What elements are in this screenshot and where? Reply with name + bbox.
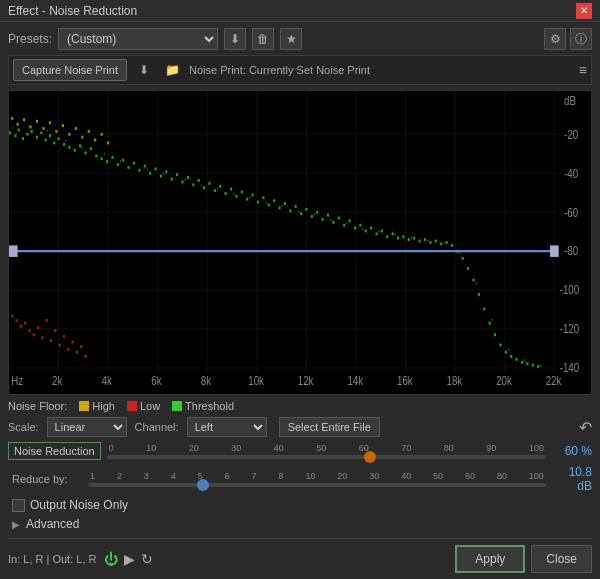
svg-text:-40: -40 [564,166,578,180]
close-button[interactable]: Close [531,545,592,573]
svg-rect-74 [300,212,302,215]
svg-rect-61 [230,188,232,191]
legend-row: Noise Floor: High Low Threshold [8,400,592,412]
svg-rect-183 [101,133,103,136]
chart-area: dB -20 -40 -60 -80 -100 -120 -140 Hz 2k … [8,90,592,395]
svg-rect-67 [262,196,264,199]
svg-rect-159 [46,319,48,322]
svg-text:18k: 18k [447,374,463,388]
svg-rect-109 [489,322,491,325]
svg-text:-20: -20 [564,127,578,141]
svg-rect-105 [467,267,469,270]
svg-rect-98 [429,241,431,244]
svg-rect-155 [28,329,30,332]
svg-rect-157 [37,326,39,329]
svg-rect-78 [322,218,324,221]
svg-rect-72 [289,209,291,212]
loop-button[interactable]: ↻ [141,551,153,567]
reduce-by-thumb[interactable] [197,479,209,491]
svg-rect-68 [268,204,270,207]
advanced-row[interactable]: ▶ Advanced [8,517,592,531]
svg-rect-71 [284,202,286,205]
settings-icon-button[interactable]: ⚙ [544,28,566,50]
svg-rect-124 [104,153,105,154]
capture-noise-print-button[interactable]: Capture Noise Print [13,59,127,81]
noise-print-download-icon[interactable]: ⬇ [133,59,155,81]
svg-rect-184 [107,142,109,145]
close-window-button[interactable]: ✕ [576,3,592,19]
svg-text:4k: 4k [102,374,112,388]
presets-select[interactable]: (Custom) [58,28,218,50]
svg-rect-135 [298,211,299,212]
reduce-by-track [88,483,546,487]
svg-rect-129 [201,185,202,186]
channel-select[interactable]: Left [187,417,267,437]
svg-rect-101 [446,241,448,244]
power-button[interactable]: ⏻ [104,551,118,567]
svg-rect-121 [47,130,48,131]
legend-threshold: Threshold [172,400,234,412]
svg-rect-73 [295,205,297,208]
reduce-by-value: 10.8 dB [552,465,592,493]
svg-rect-96 [419,240,421,243]
apply-button[interactable]: Apply [455,545,525,573]
scale-select[interactable]: Linear [47,417,127,437]
io-label: In: L, R | Out: L, R [8,553,96,565]
svg-rect-52 [181,180,183,183]
svg-rect-143 [427,240,428,241]
svg-rect-181 [88,130,90,133]
svg-text:-80: -80 [564,244,578,258]
svg-text:Hz: Hz [11,374,23,388]
reduce-by-label: Reduce by: [12,473,82,485]
noise-reduction-thumb[interactable] [364,451,376,463]
output-noise-only-label[interactable]: Output Noise Only [12,498,128,512]
play-button[interactable]: ▶ [124,551,135,567]
preset-delete-button[interactable]: 🗑 [252,28,274,50]
svg-rect-148 [508,349,509,350]
svg-rect-45 [144,165,146,168]
svg-rect-80 [332,221,334,224]
svg-text:22k: 22k [546,374,562,388]
svg-rect-174 [42,127,44,130]
svg-rect-66 [257,201,259,204]
svg-text:20k: 20k [496,374,512,388]
svg-text:-140: -140 [560,361,579,375]
svg-rect-187 [550,245,559,257]
main-content: Presets: (Custom) ⬇ 🗑 ★ ⚙ ⓘ Capture Nois… [0,22,600,579]
select-entire-file-button[interactable]: Select Entire File [279,417,380,437]
noise-print-menu-icon[interactable]: ≡ [579,62,587,78]
threshold-legend-icon [172,401,182,411]
svg-rect-104 [462,257,464,260]
svg-rect-75 [305,208,307,211]
svg-rect-43 [133,162,135,165]
svg-text:dB: dB [564,94,576,108]
output-noise-only-checkbox[interactable] [12,499,25,512]
reset-button[interactable]: ↶ [579,418,592,437]
svg-rect-149 [524,359,525,360]
noise-print-folder-icon[interactable]: 📁 [161,59,183,81]
svg-rect-49 [165,170,167,173]
svg-rect-38 [106,160,108,163]
noise-floor-label: Noise Floor: [8,400,67,412]
svg-rect-62 [235,195,237,198]
svg-rect-139 [363,228,364,229]
title-bar: Effect - Noise Reduction ✕ [0,0,600,22]
svg-rect-50 [171,178,173,181]
svg-rect-47 [155,167,157,170]
svg-rect-51 [176,173,178,176]
svg-rect-123 [81,147,82,148]
svg-rect-158 [41,336,43,339]
svg-rect-140 [379,231,380,232]
preset-star-button[interactable]: ★ [280,28,302,50]
preset-download-button[interactable]: ⬇ [224,28,246,50]
noise-reduction-label: Noise Reduction [8,442,101,460]
info-icon-button[interactable]: ⓘ [570,28,592,50]
svg-rect-30 [63,143,65,146]
svg-text:2k: 2k [52,374,62,388]
svg-rect-142 [411,237,412,238]
scale-row: Scale: Linear Channel: Left Select Entir… [8,417,592,437]
svg-rect-172 [29,126,31,129]
spectrum-chart: dB -20 -40 -60 -80 -100 -120 -140 Hz 2k … [9,91,591,394]
svg-rect-151 [11,315,13,318]
reduce-by-slider-container: 1 2 3 4 5 6 7 8 10 20 30 40 50 60 80 100 [88,471,546,487]
